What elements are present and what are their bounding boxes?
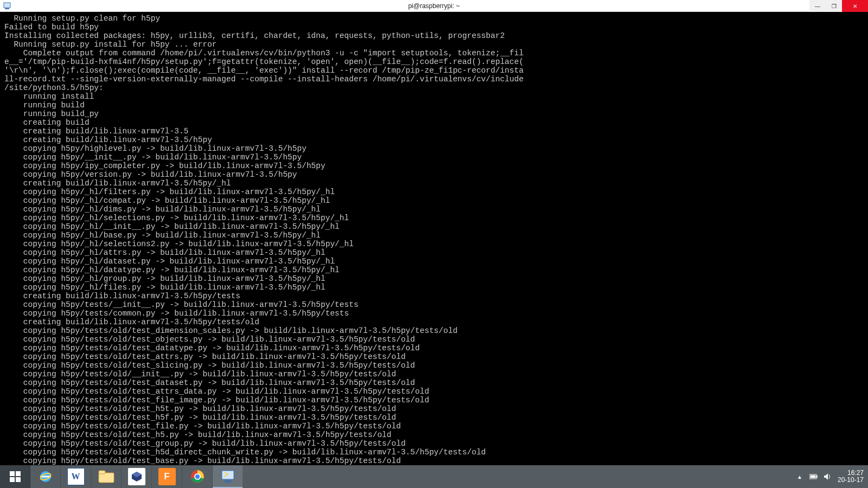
terminal-line: copying h5py/tests/old/test_h5.py -> bui… xyxy=(4,431,864,439)
svg-marker-20 xyxy=(824,473,828,480)
svg-rect-19 xyxy=(810,476,815,478)
start-button[interactable] xyxy=(0,465,30,488)
terminal-line: copying h5py/tests/old/test_h5t.py -> bu… xyxy=(4,404,864,413)
system-tray: ▲ 16:27 20-10-17 xyxy=(795,465,868,488)
taskbar-item-word[interactable]: W xyxy=(61,465,91,488)
terminal-line: ll-record.txt --single-version-externall… xyxy=(4,75,864,84)
terminal-line: '\r\n', '\n');f.close();exec(compile(cod… xyxy=(4,66,864,75)
terminal-output[interactable]: Running setup.py clean for h5pyFailed to… xyxy=(0,12,868,465)
svg-rect-1 xyxy=(5,8,9,9)
terminal-line: creating build/lib.linux-armv7l-3.5/h5py… xyxy=(4,292,864,300)
tray-date: 20-10-17 xyxy=(838,477,864,484)
app-window: pi@raspberrypi: ~ — ❐ ✕ Running setup.py… xyxy=(0,0,868,488)
minimize-button[interactable]: — xyxy=(809,0,826,12)
svg-rect-18 xyxy=(816,476,818,478)
terminal-line: copying h5py/_hl/base.py -> build/lib.li… xyxy=(4,231,864,240)
terminal-line: running build_py xyxy=(4,110,864,118)
taskbar-item-putty[interactable] xyxy=(213,465,243,488)
svg-rect-2 xyxy=(10,471,15,476)
terminal-line: copying h5py/tests/old/test_attrs.py -> … xyxy=(4,352,864,361)
terminal-line: creating build/lib.linux-armv7l-3.5/h5py xyxy=(4,136,864,144)
terminal-line: Running setup.py install for h5py ... er… xyxy=(4,40,864,49)
terminal-line: copying h5py/_hl/files.py -> build/lib.l… xyxy=(4,283,864,292)
terminal-line: Complete output from command /home/pi/.v… xyxy=(4,49,864,57)
terminal-line: copying h5py/tests/old/test_h5f.py -> bu… xyxy=(4,413,864,422)
svg-rect-16 xyxy=(225,480,231,483)
internet-explorer-icon xyxy=(37,468,54,485)
terminal-line: copying h5py/tests/old/test_objects.py -… xyxy=(4,335,864,344)
terminal-line: copying h5py/_hl/attrs.py -> build/lib.l… xyxy=(4,248,864,257)
terminal-line: copying h5py/tests/old/test_file.py -> b… xyxy=(4,422,864,431)
freemake-icon: F xyxy=(158,468,176,485)
terminal-line: copying h5py/tests/old/test_base.py -> b… xyxy=(4,457,864,465)
terminal-line: copying h5py/tests/old/test_file_image.p… xyxy=(4,396,864,404)
terminal-line: running build xyxy=(4,101,864,110)
taskbar-item-freemake[interactable]: F xyxy=(152,465,182,488)
file-explorer-icon xyxy=(98,470,114,484)
svg-rect-9 xyxy=(99,471,105,474)
terminal-line: creating build/lib.linux-armv7l-3.5 xyxy=(4,127,864,136)
terminal-line: copying h5py/_hl/selections.py -> build/… xyxy=(4,214,864,222)
terminal-line: copying h5py/_hl/dims.py -> build/lib.li… xyxy=(4,205,864,214)
terminal-line: Running setup.py clean for h5py xyxy=(4,14,864,23)
virtualbox-icon xyxy=(128,468,145,485)
title-bar[interactable]: pi@raspberrypi: ~ — ❐ ✕ xyxy=(0,0,868,12)
window-buttons: — ❐ ✕ xyxy=(809,0,868,12)
terminal-line: copying h5py/ipy_completer.py -> build/l… xyxy=(4,162,864,170)
terminal-line: copying h5py/_hl/filters.py -> build/lib… xyxy=(4,188,864,196)
volume-icon[interactable] xyxy=(824,472,832,481)
svg-rect-0 xyxy=(4,3,10,8)
close-button[interactable]: ✕ xyxy=(842,0,868,12)
chrome-icon xyxy=(190,469,205,484)
battery-icon[interactable] xyxy=(809,472,818,481)
terminal-line: copying h5py/tests/old/test_slicing.py -… xyxy=(4,361,864,370)
terminal-line: Failed to build h5py xyxy=(4,23,864,31)
terminal-line: copying h5py/tests/old/test_datatype.py … xyxy=(4,344,864,352)
terminal-line: copying h5py/_hl/datatype.py -> build/li… xyxy=(4,266,864,274)
windows-start-icon xyxy=(9,471,21,483)
taskbar-item-ie[interactable] xyxy=(30,465,61,488)
show-hidden-icons-button[interactable]: ▲ xyxy=(795,472,804,481)
maximize-button[interactable]: ❐ xyxy=(826,0,842,12)
terminal-line: copying h5py/tests/old/test_group.py -> … xyxy=(4,439,864,448)
window-title: pi@raspberrypi: ~ xyxy=(408,2,459,10)
terminal-line: copying h5py/__init__.py -> build/lib.li… xyxy=(4,153,864,162)
taskbar: W F ▲ xyxy=(0,465,868,488)
word-icon: W xyxy=(67,468,85,485)
terminal-line: copying h5py/_hl/selections2.py -> build… xyxy=(4,240,864,248)
terminal-line: e__='/tmp/pip-build-hxfmi4nf/h5py/setup.… xyxy=(4,57,864,66)
terminal-line: copying h5py/_hl/__init__.py -> build/li… xyxy=(4,222,864,231)
terminal-line: copying h5py/_hl/dataset.py -> build/lib… xyxy=(4,257,864,266)
terminal-line: copying h5py/tests/old/test_dataset.py -… xyxy=(4,378,864,387)
terminal-line: copying h5py/tests/old/test_attrs_data.p… xyxy=(4,387,864,396)
terminal-line: running install xyxy=(4,92,864,101)
taskbar-item-file-explorer[interactable] xyxy=(91,465,122,488)
terminal-line: copying h5py/tests/__init__.py -> build/… xyxy=(4,300,864,309)
svg-rect-5 xyxy=(16,477,21,482)
taskbar-item-chrome[interactable] xyxy=(182,465,213,488)
terminal-line: /site/python3.5/h5py: xyxy=(4,84,864,92)
svg-rect-3 xyxy=(16,471,21,476)
terminal-line: Installing collected packages: h5py, url… xyxy=(4,31,864,40)
terminal-line: copying h5py/highlevel.py -> build/lib.l… xyxy=(4,144,864,153)
svg-rect-4 xyxy=(10,477,15,482)
terminal-line: copying h5py/tests/old/test_h5d_direct_c… xyxy=(4,448,864,457)
terminal-line: copying h5py/tests/old/test_dimension_sc… xyxy=(4,326,864,335)
terminal-line: creating build xyxy=(4,118,864,127)
putty-icon xyxy=(220,469,235,484)
tray-clock[interactable]: 16:27 20-10-17 xyxy=(838,470,864,484)
taskbar-item-virtualbox[interactable] xyxy=(122,465,152,488)
terminal-line: copying h5py/tests/common.py -> build/li… xyxy=(4,309,864,318)
terminal-line: copying h5py/_hl/compat.py -> build/lib.… xyxy=(4,196,864,205)
svg-point-14 xyxy=(195,474,199,479)
svg-rect-8 xyxy=(99,473,114,483)
terminal-line: copying h5py/_hl/group.py -> build/lib.l… xyxy=(4,274,864,283)
terminal-line: creating build/lib.linux-armv7l-3.5/h5py… xyxy=(4,179,864,188)
terminal-line: copying h5py/tests/old/__init__.py -> bu… xyxy=(4,370,864,378)
terminal-line: copying h5py/version.py -> build/lib.lin… xyxy=(4,170,864,179)
putty-icon xyxy=(2,1,12,11)
terminal-line: creating build/lib.linux-armv7l-3.5/h5py… xyxy=(4,318,864,326)
